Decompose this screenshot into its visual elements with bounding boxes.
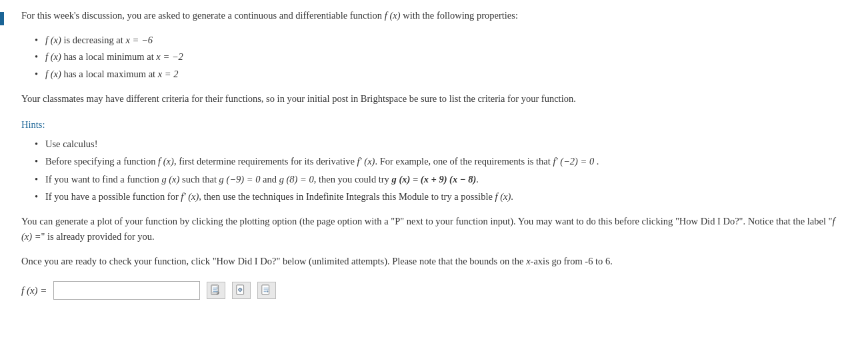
plot-paragraph: You can generate a plot of your function… — [21, 214, 841, 244]
hint-2: Before specifying a function f (x), firs… — [35, 154, 841, 169]
plot-button[interactable]: P — [207, 282, 225, 299]
main-content: For this week's discussion, you are aske… — [8, 0, 868, 353]
options-button[interactable] — [257, 282, 276, 299]
intro-text-before: For this week's discussion, you are aske… — [21, 10, 385, 21]
property-3: f (x) has a local maximum at x = 2 — [35, 67, 841, 82]
function-input-row: f (x) = P — [21, 281, 841, 300]
hint-4: If you have a possible function for f′ (… — [35, 189, 841, 204]
hints-label: Hints: — [21, 117, 841, 133]
fx-equals-label: f (x) = — [21, 282, 47, 298]
left-accent-bar — [0, 12, 4, 25]
property-1: f (x) is decreasing at x = −6 — [35, 33, 841, 48]
svg-text:P: P — [217, 292, 219, 296]
settings-button[interactable] — [232, 282, 251, 299]
intro-text-after: with the following properties: — [401, 10, 518, 21]
function-input[interactable] — [53, 281, 200, 300]
classmates-paragraph: Your classmates may have different crite… — [21, 91, 841, 107]
properties-list: f (x) is decreasing at x = −6 f (x) has … — [35, 33, 841, 82]
hint-1: Use calculus! — [35, 137, 841, 152]
intro-fx: f (x) — [385, 10, 401, 21]
svg-point-9 — [240, 290, 241, 291]
property-2: f (x) has a local minimum at x = −2 — [35, 49, 841, 65]
hints-section: Hints: Use calculus! Before specifying a… — [21, 117, 841, 204]
hint-3: If you want to find a function g (x) suc… — [35, 172, 841, 187]
intro-paragraph: For this week's discussion, you are aske… — [21, 8, 841, 23]
page-container: For this week's discussion, you are aske… — [0, 0, 868, 353]
check-paragraph: Once you are ready to check your functio… — [21, 254, 841, 269]
hints-list: Use calculus! Before specifying a functi… — [35, 137, 841, 204]
